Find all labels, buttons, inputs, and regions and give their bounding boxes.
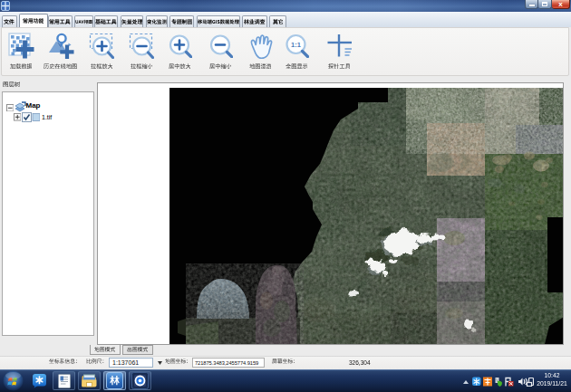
svg-text:1:1: 1:1 [291,41,301,49]
